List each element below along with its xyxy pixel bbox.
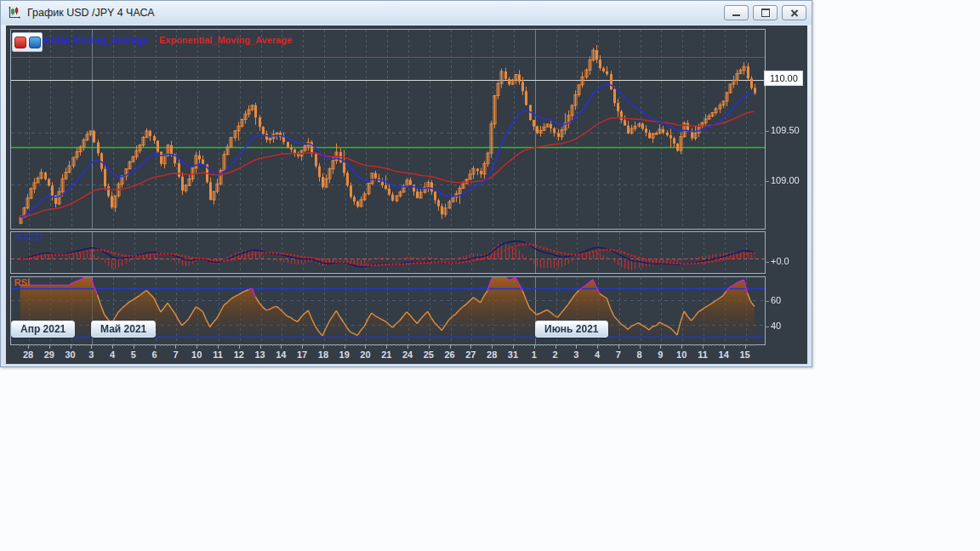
candlestick-chart-icon	[8, 6, 21, 20]
x-axis-day-label: 11	[692, 349, 714, 360]
legend: ential_Moving_AverageExponential_Moving_…	[43, 35, 293, 45]
x-axis-day-label: 26	[439, 349, 461, 360]
rsi-level-40-label: 40	[771, 321, 781, 331]
month-label-may: Май 2021	[91, 321, 156, 338]
x-axis-day-label: 31	[502, 349, 524, 360]
axis-tick	[765, 301, 769, 302]
indicator-toolbar	[12, 32, 43, 52]
x-axis-day-label: 17	[291, 349, 313, 360]
chart-client-area[interactable]: ential_Moving_AverageExponential_Moving_…	[6, 26, 807, 364]
macd-zero-label: +0.0	[771, 256, 789, 266]
minimize-button[interactable]	[724, 5, 749, 20]
window-controls	[720, 5, 806, 20]
rsi-label: RSI	[14, 277, 30, 287]
window-title: График USD /JPY 4 ЧАСА	[27, 7, 155, 19]
x-axis-day-label: 3	[565, 349, 587, 360]
x-axis-day-label: 10	[670, 349, 692, 360]
x-axis-day-label: 18	[312, 349, 334, 360]
x-axis-day-label: 2	[544, 349, 567, 360]
price-panel[interactable]	[10, 29, 766, 230]
x-axis-day-label: 13	[249, 349, 271, 360]
x-axis-day-label: 19	[333, 349, 356, 360]
x-axis-day-label: 4	[101, 349, 123, 360]
legend-ema-red-label: Exponential_Moving_Average	[159, 35, 292, 45]
axis-tick	[765, 181, 769, 182]
x-axis-day-label: 10	[185, 349, 208, 360]
x-axis-day-label: 30	[60, 349, 82, 360]
x-axis-day-label: 8	[629, 349, 651, 360]
minimize-icon	[732, 14, 740, 16]
legend-ema-blue-label: ential_Moving_Average	[43, 35, 147, 45]
macd-panel[interactable]	[10, 231, 766, 274]
x-axis-day-label: 5	[122, 349, 145, 360]
x-axis-day-label: 21	[375, 349, 397, 360]
red-indicator-button[interactable]	[14, 37, 26, 48]
x-axis-day-label: 25	[418, 349, 440, 360]
x-axis-day-label: 7	[607, 349, 630, 360]
x-axis-day-label: 11	[207, 349, 229, 360]
axis-tick	[765, 327, 769, 327]
x-axis-day-label: 4	[586, 349, 608, 360]
price-axis-label: 109.00	[771, 175, 800, 185]
restore-button[interactable]	[753, 5, 778, 20]
x-axis-day-label: 1	[523, 349, 545, 360]
title-bar[interactable]: График USD /JPY 4 ЧАСА	[1, 1, 812, 25]
x-axis-day-label: 14	[270, 349, 292, 360]
x-axis-day-label: 9	[649, 349, 671, 360]
chart-window[interactable]: График USD /JPY 4 ЧАСА ential_Moving_Ave…	[0, 0, 812, 367]
x-axis-day-label: 6	[144, 349, 166, 360]
macd-label: MACD	[14, 232, 43, 242]
price-chart-canvas[interactable]	[11, 30, 765, 229]
x-axis-day-label: 15	[734, 349, 756, 360]
price-axis-label-current: 110.00	[765, 71, 802, 85]
blue-indicator-button[interactable]	[29, 37, 41, 48]
x-axis-day-label: 3	[80, 349, 102, 360]
x-axis-day-label: 20	[354, 349, 376, 360]
x-axis-day-label: 24	[396, 349, 419, 360]
x-axis-day-label: 7	[164, 349, 186, 360]
price-axis-label: 109.50	[771, 125, 800, 135]
month-label-june: Июнь 2021	[535, 321, 608, 338]
macd-chart-canvas[interactable]	[11, 232, 765, 273]
axis-tick	[765, 131, 769, 132]
close-icon	[790, 9, 799, 17]
restore-icon	[761, 9, 770, 17]
x-axis-day-label: 14	[713, 349, 735, 360]
x-axis-day-label: 27	[459, 349, 481, 360]
month-label-april: Апр 2021	[11, 321, 75, 338]
x-axis-day-label: 28	[481, 349, 503, 360]
x-axis-day-label: 12	[228, 349, 250, 360]
close-button[interactable]	[782, 5, 806, 20]
axis-tick	[765, 262, 769, 263]
desktop: График USD /JPY 4 ЧАСА ential_Moving_Ave…	[0, 0, 980, 551]
x-axis-day-label: 28	[17, 349, 39, 360]
rsi-level-60-label: 60	[771, 295, 781, 305]
x-axis-day-label: 29	[38, 349, 60, 360]
x-axis: 2829303456710111213141718192021242526272…	[6, 349, 807, 365]
